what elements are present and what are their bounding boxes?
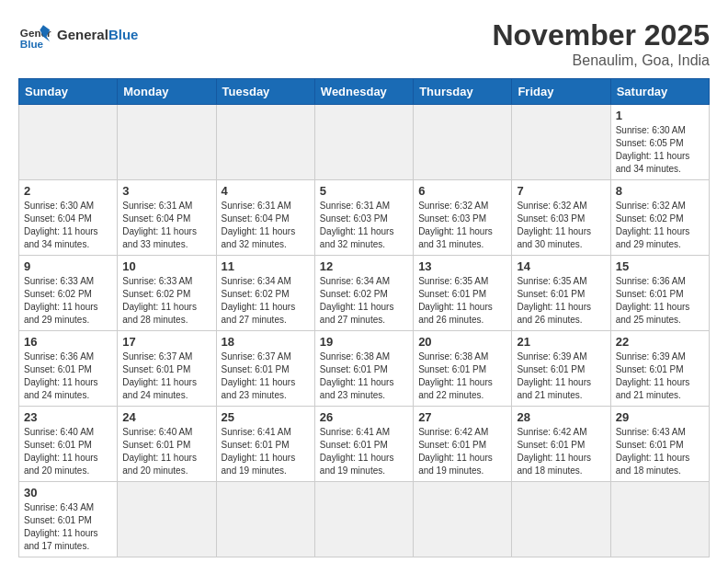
day-number: 26 (320, 410, 408, 424)
day-number: 29 (616, 410, 704, 424)
logo-general: General (57, 27, 108, 42)
calendar-cell: 20Sunrise: 6:38 AM Sunset: 6:01 PM Dayli… (414, 331, 512, 407)
day-info: Sunrise: 6:31 AM Sunset: 6:04 PM Dayligh… (122, 200, 210, 251)
calendar-cell: 7Sunrise: 6:32 AM Sunset: 6:03 PM Daylig… (512, 180, 610, 256)
calendar-cell: 13Sunrise: 6:35 AM Sunset: 6:01 PM Dayli… (414, 256, 512, 331)
calendar-cell: 11Sunrise: 6:34 AM Sunset: 6:02 PM Dayli… (216, 256, 314, 331)
day-info: Sunrise: 6:43 AM Sunset: 6:01 PM Dayligh… (24, 501, 112, 553)
day-number: 25 (222, 410, 310, 424)
title-block: November 2025 Benaulim, Goa, India (492, 18, 710, 69)
day-info: Sunrise: 6:38 AM Sunset: 6:01 PM Dayligh… (320, 350, 408, 402)
day-number: 4 (222, 184, 310, 198)
day-info: Sunrise: 6:35 AM Sunset: 6:01 PM Dayligh… (517, 275, 605, 327)
logo-blue: Blue (108, 27, 139, 42)
day-number: 16 (24, 335, 112, 349)
day-info: Sunrise: 6:41 AM Sunset: 6:01 PM Dayligh… (222, 426, 310, 477)
day-info: Sunrise: 6:31 AM Sunset: 6:03 PM Dayligh… (320, 200, 408, 251)
calendar-cell: 4Sunrise: 6:31 AM Sunset: 6:04 PM Daylig… (216, 180, 314, 256)
calendar-cell: 17Sunrise: 6:37 AM Sunset: 6:01 PM Dayli… (118, 331, 216, 407)
day-number: 11 (222, 259, 310, 273)
calendar-week-row: 9Sunrise: 6:33 AM Sunset: 6:02 PM Daylig… (19, 256, 710, 331)
day-number: 1 (616, 109, 704, 122)
calendar-cell: 22Sunrise: 6:39 AM Sunset: 6:01 PM Dayli… (610, 331, 709, 407)
calendar-cell: 25Sunrise: 6:41 AM Sunset: 6:01 PM Dayli… (216, 407, 314, 482)
day-number: 24 (122, 410, 210, 424)
day-number: 5 (320, 184, 408, 198)
calendar-cell: 23Sunrise: 6:40 AM Sunset: 6:01 PM Dayli… (19, 407, 118, 482)
calendar-cell (216, 482, 314, 557)
calendar-cell: 5Sunrise: 6:31 AM Sunset: 6:03 PM Daylig… (314, 180, 413, 256)
day-number: 22 (616, 335, 704, 349)
col-header-sunday: Sunday (19, 79, 118, 105)
day-info: Sunrise: 6:33 AM Sunset: 6:02 PM Dayligh… (122, 275, 210, 327)
calendar-cell: 19Sunrise: 6:38 AM Sunset: 6:01 PM Dayli… (314, 331, 413, 407)
page-header: General Blue GeneralBlue November 2025 B… (18, 18, 710, 69)
day-info: Sunrise: 6:32 AM Sunset: 6:03 PM Dayligh… (418, 200, 506, 251)
day-info: Sunrise: 6:36 AM Sunset: 6:01 PM Dayligh… (24, 350, 112, 402)
day-number: 14 (517, 259, 605, 273)
day-info: Sunrise: 6:40 AM Sunset: 6:01 PM Dayligh… (24, 426, 112, 477)
calendar-cell (314, 482, 413, 557)
day-info: Sunrise: 6:30 AM Sunset: 6:05 PM Dayligh… (616, 124, 704, 176)
day-info: Sunrise: 6:41 AM Sunset: 6:01 PM Dayligh… (320, 426, 408, 477)
calendar-cell (314, 105, 413, 180)
day-info: Sunrise: 6:30 AM Sunset: 6:04 PM Dayligh… (24, 200, 112, 251)
calendar-cell (216, 105, 314, 180)
day-info: Sunrise: 6:31 AM Sunset: 6:04 PM Dayligh… (222, 200, 310, 251)
location: Benaulim, Goa, India (492, 52, 710, 69)
calendar-cell: 12Sunrise: 6:34 AM Sunset: 6:02 PM Dayli… (314, 256, 413, 331)
day-number: 13 (418, 259, 506, 273)
day-info: Sunrise: 6:35 AM Sunset: 6:01 PM Dayligh… (418, 275, 506, 327)
day-number: 19 (320, 335, 408, 349)
day-number: 27 (418, 410, 506, 424)
col-header-saturday: Saturday (610, 79, 709, 105)
calendar-cell: 24Sunrise: 6:40 AM Sunset: 6:01 PM Dayli… (118, 407, 216, 482)
col-header-thursday: Thursday (414, 79, 512, 105)
calendar-cell (19, 105, 118, 180)
day-number: 17 (122, 335, 210, 349)
calendar-cell: 10Sunrise: 6:33 AM Sunset: 6:02 PM Dayli… (118, 256, 216, 331)
day-info: Sunrise: 6:39 AM Sunset: 6:01 PM Dayligh… (517, 350, 605, 402)
day-info: Sunrise: 6:32 AM Sunset: 6:02 PM Dayligh… (616, 200, 704, 251)
calendar-cell: 26Sunrise: 6:41 AM Sunset: 6:01 PM Dayli… (314, 407, 413, 482)
day-number: 15 (616, 259, 704, 273)
calendar-cell (414, 105, 512, 180)
calendar-cell: 1Sunrise: 6:30 AM Sunset: 6:05 PM Daylig… (610, 105, 709, 180)
day-info: Sunrise: 6:42 AM Sunset: 6:01 PM Dayligh… (517, 426, 605, 477)
day-number: 7 (517, 184, 605, 198)
day-number: 8 (616, 184, 704, 198)
day-info: Sunrise: 6:34 AM Sunset: 6:02 PM Dayligh… (222, 275, 310, 327)
day-info: Sunrise: 6:38 AM Sunset: 6:01 PM Dayligh… (418, 350, 506, 402)
day-number: 30 (24, 486, 112, 500)
day-info: Sunrise: 6:32 AM Sunset: 6:03 PM Dayligh… (517, 200, 605, 251)
calendar-cell (610, 482, 709, 557)
day-info: Sunrise: 6:37 AM Sunset: 6:01 PM Dayligh… (222, 350, 310, 402)
day-info: Sunrise: 6:42 AM Sunset: 6:01 PM Dayligh… (418, 426, 506, 477)
calendar-cell (414, 482, 512, 557)
col-header-tuesday: Tuesday (216, 79, 314, 105)
day-number: 10 (122, 259, 210, 273)
month-title: November 2025 (492, 18, 710, 52)
calendar-cell: 2Sunrise: 6:30 AM Sunset: 6:04 PM Daylig… (19, 180, 118, 256)
day-number: 28 (517, 410, 605, 424)
calendar-cell (512, 105, 610, 180)
calendar-cell (118, 105, 216, 180)
day-number: 21 (517, 335, 605, 349)
day-number: 3 (122, 184, 210, 198)
calendar-cell: 6Sunrise: 6:32 AM Sunset: 6:03 PM Daylig… (414, 180, 512, 256)
day-number: 18 (222, 335, 310, 349)
day-info: Sunrise: 6:37 AM Sunset: 6:01 PM Dayligh… (122, 350, 210, 402)
calendar-cell: 14Sunrise: 6:35 AM Sunset: 6:01 PM Dayli… (512, 256, 610, 331)
calendar-cell: 30Sunrise: 6:43 AM Sunset: 6:01 PM Dayli… (19, 482, 118, 557)
calendar-cell: 3Sunrise: 6:31 AM Sunset: 6:04 PM Daylig… (118, 180, 216, 256)
calendar-cell: 29Sunrise: 6:43 AM Sunset: 6:01 PM Dayli… (610, 407, 709, 482)
calendar-header-row: SundayMondayTuesdayWednesdayThursdayFrid… (19, 79, 710, 105)
calendar-cell: 9Sunrise: 6:33 AM Sunset: 6:02 PM Daylig… (19, 256, 118, 331)
day-info: Sunrise: 6:43 AM Sunset: 6:01 PM Dayligh… (616, 426, 704, 477)
day-number: 9 (24, 259, 112, 273)
calendar-table: SundayMondayTuesdayWednesdayThursdayFrid… (18, 78, 710, 557)
calendar-cell: 16Sunrise: 6:36 AM Sunset: 6:01 PM Dayli… (19, 331, 118, 407)
calendar-cell (118, 482, 216, 557)
logo-icon: General Blue (18, 18, 51, 52)
calendar-cell (512, 482, 610, 557)
